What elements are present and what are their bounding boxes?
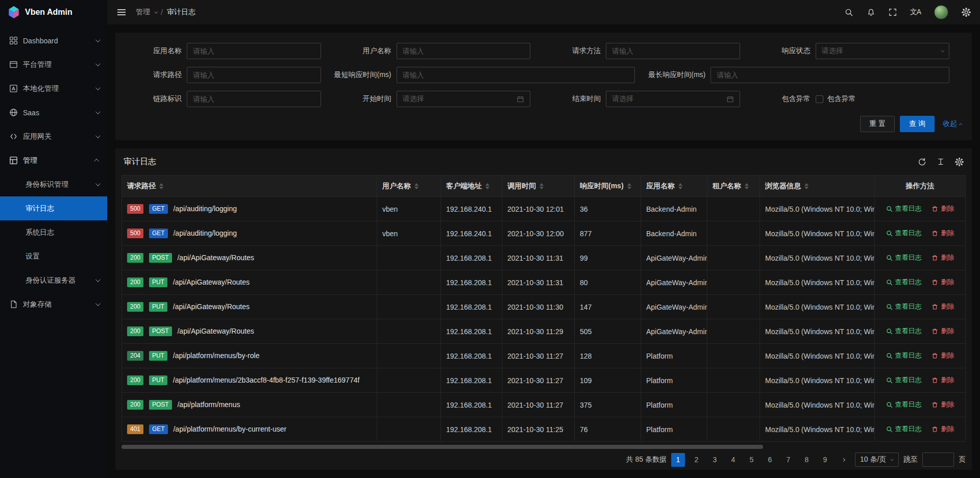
search-icon[interactable] bbox=[845, 8, 853, 17]
table-row[interactable]: 200 POST /api/ApiGateway/Routes 192.168.… bbox=[122, 246, 966, 270]
table-row[interactable]: 401 GET /api/platform/menus/by-current-u… bbox=[122, 417, 966, 442]
delete-button[interactable]: 删除 bbox=[932, 204, 954, 213]
column-header-4[interactable]: 响应时间(ms) bbox=[575, 175, 641, 197]
delete-button[interactable]: 删除 bbox=[932, 351, 954, 360]
sort-icon[interactable] bbox=[485, 183, 489, 189]
delete-button[interactable]: 删除 bbox=[932, 302, 954, 311]
table-row[interactable]: 200 PUT /api/platform/menus/2b3accf8-4fb… bbox=[122, 368, 966, 393]
sidebar-item-audit-log[interactable]: 审计日志 bbox=[0, 196, 107, 220]
horizontal-scrollbar[interactable] bbox=[121, 442, 966, 446]
delete-button[interactable]: 删除 bbox=[932, 229, 954, 238]
view-log-button[interactable]: 查看日志 bbox=[886, 302, 922, 311]
table-row[interactable]: 200 PUT /api/ApiGateway/Routes 192.168.2… bbox=[122, 295, 966, 319]
sidebar-item-platform[interactable]: 平台管理 bbox=[0, 53, 107, 77]
page-button-5[interactable]: 5 bbox=[745, 453, 758, 467]
app-name-input[interactable] bbox=[187, 43, 321, 59]
view-log-button[interactable]: 查看日志 bbox=[886, 400, 922, 409]
response-status-select[interactable]: 请选择 bbox=[816, 43, 950, 59]
query-button[interactable]: 查 询 bbox=[900, 116, 935, 132]
settings-icon[interactable] bbox=[962, 8, 971, 17]
sidebar-item-dashboard[interactable]: Dashboard bbox=[0, 29, 107, 53]
sort-icon[interactable] bbox=[627, 183, 631, 189]
sort-icon[interactable] bbox=[159, 183, 163, 189]
sidebar-item-localization[interactable]: 本地化管理 bbox=[0, 77, 107, 100]
column-header-5[interactable]: 应用名称 bbox=[641, 175, 707, 197]
table-row[interactable]: 200 PUT /api/ApiGateway/Routes 192.168.2… bbox=[122, 270, 966, 295]
view-log-button[interactable]: 查看日志 bbox=[886, 424, 922, 434]
page-button-6[interactable]: 6 bbox=[763, 453, 777, 467]
sidebar-item-storage[interactable]: 对象存储 bbox=[0, 292, 107, 316]
table-row[interactable]: 204 PUT /api/platform/menus/by-role 192.… bbox=[122, 344, 966, 368]
start-time-picker[interactable]: 请选择 bbox=[397, 91, 531, 107]
page-button-8[interactable]: 8 bbox=[800, 453, 814, 467]
scrollbar-thumb[interactable] bbox=[121, 445, 763, 449]
http-method-input[interactable] bbox=[606, 43, 740, 59]
delete-button[interactable]: 删除 bbox=[932, 424, 954, 434]
delete-button[interactable]: 删除 bbox=[932, 400, 954, 409]
sort-icon[interactable] bbox=[745, 183, 749, 189]
bell-icon[interactable] bbox=[867, 8, 875, 17]
sidebar-item-system-log[interactable]: 系统日志 bbox=[0, 220, 107, 244]
app-logo[interactable]: Vben Admin bbox=[0, 0, 107, 24]
table-row[interactable]: 200 POST /api/ApiGateway/Routes 192.168.… bbox=[122, 319, 966, 344]
delete-button[interactable]: 删除 bbox=[932, 375, 954, 385]
request-path-input[interactable] bbox=[187, 67, 321, 83]
page-button-3[interactable]: 3 bbox=[708, 453, 722, 467]
column-header-6[interactable]: 租户名称 bbox=[707, 175, 760, 197]
column-header-3[interactable]: 调用时间 bbox=[502, 175, 575, 197]
table-row[interactable]: 500 GET /api/auditing/logging vben 192.1… bbox=[122, 221, 966, 246]
translate-icon[interactable]: 文A bbox=[910, 8, 921, 17]
sidebar-item-auth-server[interactable]: 身份认证服务器 bbox=[0, 268, 107, 292]
page-button-4[interactable]: 4 bbox=[726, 453, 740, 467]
refresh-icon[interactable] bbox=[918, 158, 926, 166]
sidebar-item-gateway[interactable]: 应用网关 bbox=[0, 124, 107, 148]
cell-user-name bbox=[377, 319, 441, 344]
collapse-filters-link[interactable]: 收起 bbox=[943, 119, 963, 129]
page-button-1[interactable]: 1 bbox=[671, 453, 685, 467]
column-settings-icon[interactable] bbox=[955, 158, 964, 166]
column-header-7[interactable]: 浏览器信息 bbox=[760, 175, 875, 197]
breadcrumb-section[interactable]: 管理 bbox=[136, 8, 150, 17]
jump-page-input[interactable] bbox=[922, 452, 954, 467]
table-row[interactable]: 200 POST /api/platform/menus 192.168.208… bbox=[122, 393, 966, 417]
sidebar-item-identity[interactable]: 身份标识管理 bbox=[0, 172, 107, 196]
delete-button[interactable]: 删除 bbox=[932, 278, 954, 287]
page-size-select[interactable]: 10 条/页 bbox=[855, 452, 899, 467]
end-time-picker[interactable]: 请选择 bbox=[606, 91, 740, 107]
max-response-time-input[interactable] bbox=[710, 67, 949, 83]
fullscreen-icon[interactable] bbox=[889, 8, 897, 16]
view-log-button[interactable]: 查看日志 bbox=[886, 375, 922, 385]
trace-id-input[interactable] bbox=[187, 91, 321, 107]
next-page-button[interactable] bbox=[837, 453, 850, 467]
user-name-input[interactable] bbox=[397, 43, 531, 59]
avatar[interactable] bbox=[934, 5, 948, 19]
view-log-button[interactable]: 查看日志 bbox=[886, 278, 922, 287]
table-row[interactable]: 500 GET /api/auditing/logging vben 192.1… bbox=[122, 197, 966, 221]
sidebar-item-admin[interactable]: 管理 bbox=[0, 148, 107, 172]
sidebar-item-saas[interactable]: Saas bbox=[0, 100, 107, 124]
column-header-2[interactable]: 客户端地址 bbox=[441, 175, 502, 197]
column-header-0[interactable]: 请求路径 bbox=[122, 175, 377, 197]
view-log-button[interactable]: 查看日志 bbox=[886, 229, 922, 238]
page-button-7[interactable]: 7 bbox=[781, 453, 795, 467]
delete-button[interactable]: 删除 bbox=[932, 326, 954, 336]
view-log-button[interactable]: 查看日志 bbox=[886, 253, 922, 262]
view-log-button[interactable]: 查看日志 bbox=[886, 326, 922, 336]
reset-button[interactable]: 重 置 bbox=[860, 116, 895, 132]
min-response-time-input[interactable] bbox=[397, 67, 635, 83]
has-exception-checkbox[interactable] bbox=[816, 95, 823, 103]
delete-button[interactable]: 删除 bbox=[932, 253, 954, 262]
sidebar-item-settings[interactable]: 设置 bbox=[0, 244, 107, 268]
page-button-9[interactable]: 9 bbox=[818, 453, 832, 467]
column-header-1[interactable]: 用户名称 bbox=[377, 175, 441, 197]
page-button-2[interactable]: 2 bbox=[690, 453, 703, 467]
sort-icon[interactable] bbox=[540, 183, 544, 189]
sort-icon[interactable] bbox=[678, 183, 682, 189]
view-log-button[interactable]: 查看日志 bbox=[886, 204, 922, 213]
sort-icon[interactable] bbox=[804, 183, 808, 189]
sidebar-collapse-icon[interactable] bbox=[116, 7, 127, 17]
view-log-button[interactable]: 查看日志 bbox=[886, 351, 922, 360]
sidebar-item-label: 应用网关 bbox=[23, 132, 52, 141]
row-height-icon[interactable] bbox=[937, 158, 945, 166]
sort-icon[interactable] bbox=[414, 183, 419, 189]
